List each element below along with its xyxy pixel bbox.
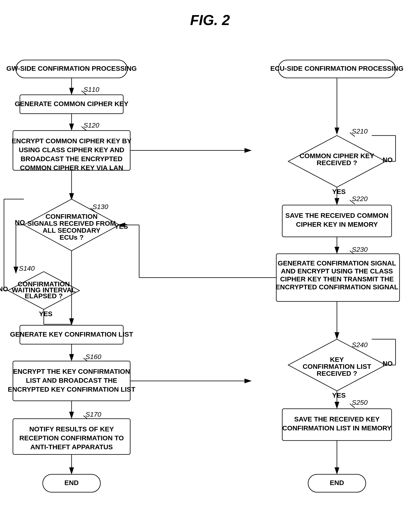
s210-yes-label: YES bbox=[332, 188, 346, 195]
s230-line2: AND ENCRYPT USING THE CLASS bbox=[281, 267, 393, 275]
s130-diamond-line2: SIGNALS RECEIVED FROM bbox=[27, 220, 116, 227]
s130-diamond-line4: ECUs ? bbox=[60, 233, 84, 241]
s130-diamond-line3: ALL SECONDARY bbox=[43, 227, 101, 234]
s230-line4: ENCRYPTED CONFIRMATION SIGNAL bbox=[275, 283, 398, 291]
s230-line1: GENERATE CONFIRMATION SIGNAL bbox=[278, 259, 396, 267]
s140-label: S140 bbox=[19, 264, 35, 272]
s240-diamond-line1: KEY bbox=[330, 356, 344, 363]
s160-line1: ENCRYPT THE KEY CONFIRMATION bbox=[13, 368, 130, 375]
s160-line2: LIST AND BROADCAST THE bbox=[26, 376, 117, 384]
s120-line3: BROADCAST THE ENCRYPTED bbox=[21, 155, 123, 163]
flowchart-diagram: GW-SIDE CONFIRMATION PROCESSING S110 GEN… bbox=[0, 36, 420, 523]
s240-diamond-line2: CONFIRMATION LIST bbox=[303, 363, 371, 370]
s140-diamond-line3: ELAPSED ? bbox=[25, 292, 63, 300]
s170-line3: ANTI-THEFT APPARATUS bbox=[30, 443, 113, 451]
s130-yes-label: YES bbox=[115, 222, 128, 230]
s210-diamond-line1: COMMON CIPHER KEY bbox=[300, 152, 374, 160]
s220-label: S220 bbox=[352, 195, 368, 203]
s230-label: S230 bbox=[352, 245, 368, 253]
s130-label: S130 bbox=[92, 203, 108, 210]
s160-label: S160 bbox=[85, 353, 101, 360]
s210-no-label: NO bbox=[383, 156, 393, 163]
gw-side-label: GW-SIDE CONFIRMATION PROCESSING bbox=[6, 65, 137, 72]
page-title: FIG. 2 bbox=[0, 0, 420, 28]
s110-label: S110 bbox=[83, 86, 99, 93]
s170-line2: RECEPTION CONFIRMATION TO bbox=[19, 434, 124, 442]
s230-line3: CIPHER KEY THEN TRANSMIT THE bbox=[280, 275, 394, 283]
s130-diamond-line1: CONFIRMATION bbox=[46, 212, 98, 220]
s220-line2: CIPHER KEY IN MEMORY bbox=[296, 221, 378, 228]
s120-line2: USING CLASS CIPHER KEY AND bbox=[19, 146, 124, 154]
s220-line1: SAVE THE RECEIVED COMMON bbox=[285, 212, 389, 219]
s210-label: S210 bbox=[352, 127, 368, 135]
s250-label: S250 bbox=[352, 399, 368, 406]
s240-no-label: NO bbox=[383, 360, 393, 367]
s240-yes-label: YES bbox=[332, 392, 346, 399]
s240-diamond-line3: RECEIVED ? bbox=[317, 370, 357, 377]
s210-diamond-line2: RECEIVED ? bbox=[317, 159, 357, 166]
s160-line3: ENCRYPTED KEY CONFIRMATION LIST bbox=[8, 385, 135, 393]
s170-label: S170 bbox=[85, 410, 101, 418]
gw-end-label: END bbox=[64, 479, 79, 486]
s170-line1: NOTIFY RESULTS OF KEY bbox=[29, 425, 114, 433]
ecu-end-label: END bbox=[330, 479, 344, 486]
s120-line1: ENCRYPT COMMON CIPHER KEY BY bbox=[12, 137, 132, 145]
s140-yes-label: YES bbox=[39, 310, 52, 318]
ecu-side-label: ECU-SIDE CONFIRMATION PROCESSING bbox=[270, 65, 404, 72]
s250-line2: CONFIRMATION LIST IN MEMORY bbox=[282, 424, 392, 432]
s150-text: GENERATE KEY CONFIRMATION LIST bbox=[10, 330, 133, 338]
s250-line1: SAVE THE RECEIVED KEY bbox=[294, 415, 380, 423]
s110-text: GENERATE COMMON CIPHER KEY bbox=[15, 100, 128, 107]
s120-label: S120 bbox=[83, 121, 99, 129]
s240-label: S240 bbox=[352, 341, 368, 349]
